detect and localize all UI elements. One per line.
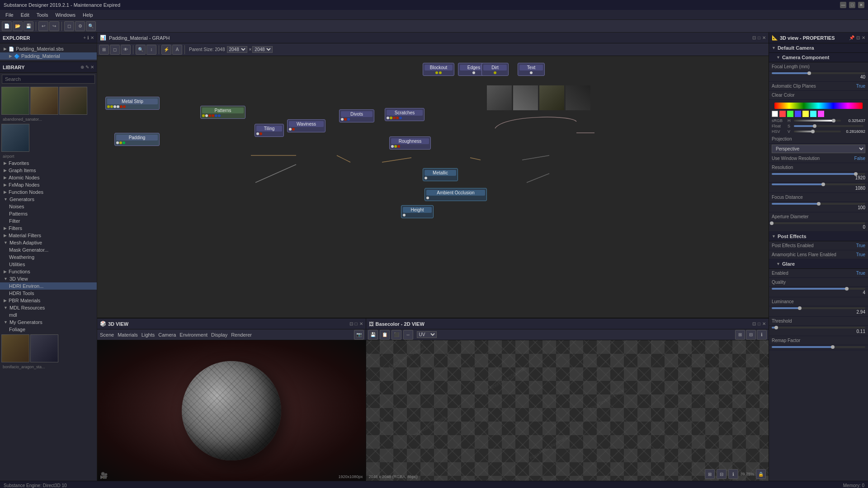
parent-size-select[interactable]: 2048	[227, 46, 247, 53]
view3d-lights[interactable]: Lights	[141, 332, 156, 338]
glare-quality-slider[interactable]	[772, 288, 865, 290]
graph-btn-6[interactable]: ⚡	[161, 45, 171, 55]
library-item-materialfilters[interactable]: ▶Material Filters	[0, 232, 97, 239]
view2d-grid-btn[interactable]: ⊞	[735, 330, 745, 340]
node-height[interactable]: Height	[401, 205, 434, 218]
library-search[interactable]	[2, 75, 95, 84]
menu-windows[interactable]: Windows	[52, 11, 79, 19]
section-glare[interactable]: ▼ Glare	[769, 259, 868, 269]
node-patterns[interactable]: Patterns	[200, 106, 245, 119]
tool-btn-2[interactable]: ⚙	[75, 21, 85, 31]
node-blockout[interactable]: Blockout	[423, 63, 454, 76]
library-item-meshadaptive[interactable]: ▼Mesh Adaptive	[0, 239, 97, 246]
graph-close-icon[interactable]: ✕	[762, 35, 766, 40]
node-waviness[interactable]: Waviness	[287, 119, 326, 132]
resolution-w-slider[interactable]	[772, 173, 865, 175]
float-s-slider[interactable]	[794, 125, 863, 127]
color-option-magenta[interactable]	[818, 111, 824, 117]
threshold-thumb[interactable]	[774, 326, 778, 329]
view2d-zoom-out[interactable]: ⊞	[705, 469, 715, 479]
view2d-expand-icon[interactable]: □	[758, 321, 760, 326]
explorer-item-sbs[interactable]: ▶ 📄 Padding_Material.sbs	[0, 45, 97, 52]
resolution-h-slider[interactable]	[772, 183, 865, 185]
view3d-camera[interactable]: Camera	[157, 332, 177, 338]
menu-edit[interactable]: Edit	[17, 11, 33, 19]
graph-canvas[interactable]: Blockout Edges	[97, 56, 769, 318]
library-item-fxmap[interactable]: ▶FxMap Nodes	[0, 181, 97, 188]
tool-btn-1[interactable]: ◻	[64, 21, 74, 31]
node-metallic[interactable]: Metallic	[423, 168, 458, 181]
library-item-hdri[interactable]: HDRI Environ...	[0, 282, 97, 290]
minimize-button[interactable]: —	[840, 2, 846, 8]
explorer-close-icon[interactable]: ✕	[90, 35, 94, 40]
view2d-tile-btn[interactable]: ⊟	[746, 330, 756, 340]
projection-select[interactable]: Perspective Orthographic	[772, 145, 865, 153]
node-tiling[interactable]: Tiling	[255, 124, 284, 137]
library-item-3dview[interactable]: ▼3D View	[0, 275, 97, 282]
library-item-weathering[interactable]: Weathering	[0, 253, 97, 261]
node-roughness[interactable]: Roughness	[389, 136, 431, 150]
library-item-generators[interactable]: ▼Generators	[0, 196, 97, 203]
node-scratches[interactable]: Scratches	[385, 108, 425, 121]
graph-btn-4[interactable]: 🔍	[136, 45, 146, 55]
library-thumb-bonifacio[interactable]	[1, 334, 29, 362]
explorer-add-icon[interactable]: +	[83, 35, 86, 40]
focal-length-slider[interactable]	[772, 72, 865, 74]
library-item-filter[interactable]: Filter	[0, 217, 97, 225]
view3d-content[interactable]: 868x488px 🎥	[97, 340, 366, 481]
luminance-slider[interactable]	[772, 307, 865, 309]
hsv-v-slider[interactable]	[794, 131, 841, 132]
properties-popout-icon[interactable]: ⊡	[856, 35, 860, 40]
library-item-mygenerators[interactable]: ▼My Generators	[0, 319, 97, 326]
explorer-info-icon[interactable]: ℹ	[87, 35, 89, 40]
node-dirt[interactable]: Dirt	[481, 63, 509, 76]
graph-btn-5[interactable]: ↕	[146, 45, 156, 55]
explorer-item-material[interactable]: ▶ 🔷 Padding_Material	[0, 52, 97, 60]
hsv-v-thumb[interactable]	[811, 130, 815, 133]
view3d-expand-icon[interactable]: □	[355, 321, 358, 326]
section-post-effects[interactable]: ▼ Post Effects	[769, 232, 868, 241]
graph-btn-2[interactable]: ◻	[110, 45, 120, 55]
view2d-info2[interactable]: ℹ	[728, 469, 738, 479]
color-option-yellow[interactable]	[802, 111, 809, 117]
view2d-btn-3[interactable]: ⬛	[392, 330, 401, 340]
resolution-w-thumb[interactable]	[854, 172, 858, 176]
library-item-functionnodes[interactable]: ▶Function Nodes	[0, 188, 97, 196]
color-option-blue[interactable]	[795, 111, 801, 117]
save-button[interactable]: 💾	[24, 21, 33, 31]
library-icon-1[interactable]: ⊕	[80, 65, 84, 70]
threshold-slider[interactable]	[772, 327, 865, 328]
library-thumb-4[interactable]	[30, 334, 58, 362]
remap-factor-thumb[interactable]	[831, 345, 835, 349]
aperture-slider[interactable]	[772, 222, 865, 224]
color-option-cyan[interactable]	[810, 111, 816, 117]
library-item-mdl[interactable]: mdl	[0, 311, 97, 319]
open-button[interactable]: 📂	[13, 21, 23, 31]
view2d-copy-btn[interactable]: 📋	[380, 330, 390, 340]
remap-factor-slider[interactable]	[772, 346, 865, 348]
view3d-popout-icon[interactable]: ⊡	[349, 321, 353, 326]
output-size-select[interactable]: 2048	[252, 46, 273, 53]
view2d-btn-4[interactable]: ↔	[403, 330, 413, 340]
library-item-patterns[interactable]: Patterns	[0, 210, 97, 217]
graph-btn-7[interactable]: A	[172, 45, 182, 55]
view2d-lock-btn[interactable]: 🔒	[756, 469, 766, 479]
library-item-hdritools[interactable]: HDRI Tools	[0, 290, 97, 297]
view2d-info-btn[interactable]: ℹ	[757, 330, 767, 340]
focal-length-thumb[interactable]	[807, 71, 811, 75]
library-close-icon[interactable]: ✕	[90, 65, 94, 70]
library-item-pbrmaterials[interactable]: ▶PBR Materials	[0, 297, 97, 304]
view3d-scene[interactable]: Scene	[99, 332, 115, 338]
library-item-mdlresources[interactable]: ▼MDL Resources	[0, 304, 97, 311]
library-item-atomicnodes[interactable]: ▶Atomic Nodes	[0, 174, 97, 181]
library-thumb-3[interactable]	[59, 87, 87, 115]
view3d-display[interactable]: Display	[210, 332, 228, 338]
graph-expand-icon[interactable]: □	[758, 35, 760, 40]
aperture-thumb[interactable]	[770, 221, 774, 225]
menu-help[interactable]: Help	[79, 11, 97, 19]
redo-button[interactable]: ↪	[49, 21, 59, 31]
section-camera-component[interactable]: ▼ Camera Component	[769, 53, 868, 62]
library-item-functions[interactable]: ▶Functions	[0, 268, 97, 275]
node-metalstrip[interactable]: Metal Strip	[105, 97, 160, 110]
glare-quality-thumb[interactable]	[845, 287, 849, 291]
